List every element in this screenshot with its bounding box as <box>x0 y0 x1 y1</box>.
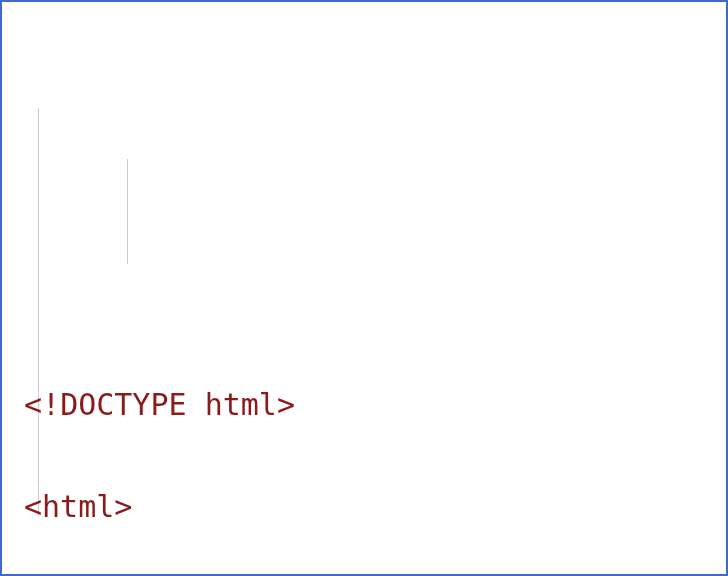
code-line-2: <html> <box>24 481 704 532</box>
tag-open: < <box>24 489 42 524</box>
indent-guide-2 <box>127 159 128 264</box>
code-line-1: <!DOCTYPE html> <box>24 379 704 430</box>
space <box>187 387 205 422</box>
doctype-html: html <box>205 387 277 422</box>
tag-close: > <box>114 489 132 524</box>
indent-guide-1 <box>38 108 39 516</box>
doctype-close: > <box>277 387 295 422</box>
doctype-open: <! <box>24 387 60 422</box>
tag-name-html: html <box>42 489 114 524</box>
doctype-keyword: DOCTYPE <box>60 387 186 422</box>
